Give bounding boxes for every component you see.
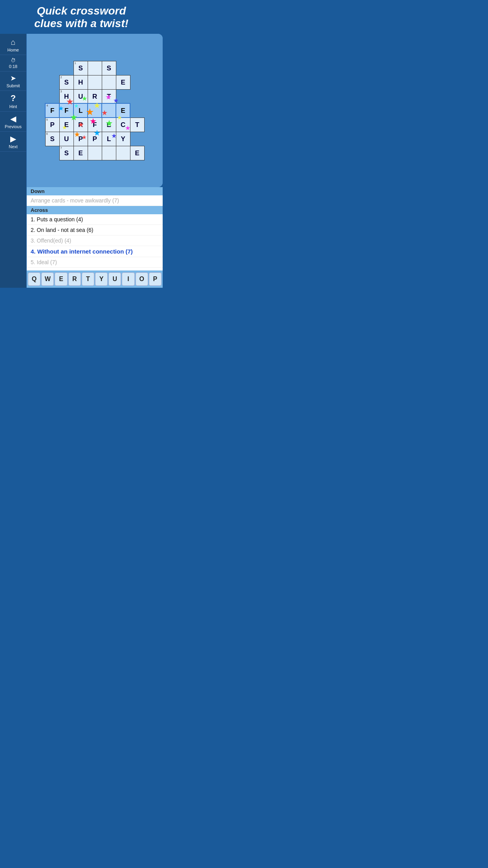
key-o[interactable]: O bbox=[136, 272, 148, 286]
cell-r4c2[interactable]: F bbox=[59, 103, 73, 118]
cell-letter: E bbox=[79, 149, 83, 157]
cell-r3c2[interactable]: 3 H bbox=[59, 89, 73, 103]
cell-r7c6[interactable] bbox=[116, 146, 130, 160]
cell-r6c5[interactable]: L bbox=[102, 132, 116, 146]
cell-r4c4[interactable] bbox=[88, 103, 102, 118]
previous-icon: ◀ bbox=[10, 114, 16, 123]
grid-row-4: 4 F F L bbox=[45, 103, 144, 118]
cell-letter: E bbox=[64, 121, 69, 129]
cell-number: 5 bbox=[46, 118, 48, 121]
cell-r2c6[interactable]: E bbox=[116, 75, 130, 89]
cell-r4c6[interactable]: E bbox=[116, 103, 130, 118]
cell-r4c1[interactable]: 4 F bbox=[45, 103, 59, 118]
grid-row-2: 2 S H bbox=[45, 75, 144, 89]
key-q[interactable]: Q bbox=[28, 272, 40, 286]
cell-empty bbox=[45, 89, 59, 103]
cell-r2c2[interactable]: 2 S bbox=[59, 75, 73, 89]
key-t[interactable]: T bbox=[82, 272, 94, 286]
key-y[interactable]: Y bbox=[95, 272, 108, 286]
cell-r7c4[interactable] bbox=[88, 146, 102, 160]
sidebar-item-home[interactable]: ⌂ Home bbox=[0, 35, 26, 55]
timer-icon: ⏱ bbox=[11, 57, 16, 63]
clue-1[interactable]: 1. Puts a question (4) bbox=[27, 214, 163, 225]
grid-wrapper: 1 S S bbox=[45, 61, 145, 160]
cell-r6c4[interactable]: P bbox=[88, 132, 102, 146]
clue-5[interactable]: 5. Ideal (7) bbox=[27, 257, 163, 268]
grid-row-7: 7 S E bbox=[45, 146, 144, 160]
crossword-grid: 1 S S bbox=[45, 61, 145, 160]
cell-letter: U bbox=[78, 93, 83, 100]
cell-r4c3[interactable]: L bbox=[73, 103, 88, 118]
grid-row-3: 3 H U R T bbox=[45, 89, 144, 103]
sidebar-submit-label: Submit bbox=[6, 83, 20, 88]
cell-number: 2 bbox=[61, 76, 62, 79]
key-p[interactable]: P bbox=[149, 272, 161, 286]
cell-letter: E bbox=[121, 79, 125, 86]
cell-r5c3[interactable]: R bbox=[73, 118, 88, 132]
cell-letter: P bbox=[93, 135, 97, 143]
main-container: ⌂ Home ⏱ 0:18 ➤ Submit ? Hint ◀ Previous… bbox=[0, 34, 163, 288]
cell-r7c3[interactable]: E bbox=[73, 146, 88, 160]
cell-number: 7 bbox=[61, 147, 62, 149]
cell-r7c7[interactable]: E bbox=[130, 146, 144, 160]
content-area: ★ ★ ★ ★ ★ ★ ★ ★ ★ ★ ★ ★ ★ ★ ★ ★ ★ ★ ★ ★ bbox=[27, 34, 163, 288]
clue-2[interactable]: 2. On land - not at sea (6) bbox=[27, 225, 163, 235]
cell-r7c2[interactable]: 7 S bbox=[59, 146, 73, 160]
sidebar-item-submit[interactable]: ➤ Submit bbox=[0, 72, 26, 91]
cell-r1c3[interactable]: 1 S bbox=[73, 61, 88, 75]
across-header: Across bbox=[27, 206, 163, 214]
cell-r4c5[interactable] bbox=[102, 103, 116, 118]
cell-letter: S bbox=[107, 64, 111, 72]
key-w[interactable]: W bbox=[41, 272, 54, 286]
cell-r5c1[interactable]: 5 P bbox=[45, 118, 59, 132]
header: Quick crosswordclues with a twist! bbox=[0, 0, 163, 34]
cell-r7c5[interactable] bbox=[102, 146, 116, 160]
cell-letter: H bbox=[78, 79, 83, 86]
cell-letter: P bbox=[79, 135, 83, 143]
key-e[interactable]: E bbox=[55, 272, 67, 286]
cell-r5c2[interactable]: E bbox=[59, 118, 73, 132]
clue-4[interactable]: 4. Without an internet connection (7) bbox=[27, 246, 163, 257]
cell-empty bbox=[45, 146, 59, 160]
cell-r1c5[interactable]: S bbox=[102, 61, 116, 75]
cell-number: 6 bbox=[46, 132, 48, 135]
clue-3[interactable]: 3. Offend(ed) (4) bbox=[27, 235, 163, 246]
sidebar-item-next[interactable]: ▶ Next bbox=[0, 132, 26, 152]
grid-row-6: 6 S U P P bbox=[45, 132, 144, 146]
crossword-area: ★ ★ ★ ★ ★ ★ ★ ★ ★ ★ ★ ★ ★ ★ ★ ★ ★ ★ ★ ★ bbox=[27, 34, 163, 187]
sidebar-item-hint[interactable]: ? Hint bbox=[0, 91, 26, 112]
cell-r5c5[interactable]: E bbox=[102, 118, 116, 132]
cell-r6c6[interactable]: Y bbox=[116, 132, 130, 146]
cell-letter: S bbox=[64, 79, 69, 86]
cell-r6c2[interactable]: U bbox=[59, 132, 73, 146]
cell-letter: P bbox=[50, 121, 55, 129]
submit-icon: ➤ bbox=[10, 74, 16, 83]
cell-r5c4[interactable]: F bbox=[88, 118, 102, 132]
cell-r3c5[interactable]: T bbox=[102, 89, 116, 103]
cell-r3c4[interactable]: R bbox=[88, 89, 102, 103]
down-header: Down bbox=[27, 187, 163, 195]
down-clue[interactable]: Arrange cards - move awkwardly (7) bbox=[27, 195, 163, 206]
sidebar-previous-label: Previous bbox=[5, 124, 22, 129]
key-r[interactable]: R bbox=[68, 272, 81, 286]
cell-letter: U bbox=[64, 135, 69, 143]
cell-r2c5[interactable] bbox=[102, 75, 116, 89]
cell-r2c3[interactable]: H bbox=[73, 75, 88, 89]
key-i[interactable]: I bbox=[122, 272, 134, 286]
cell-letter: L bbox=[107, 135, 111, 143]
cell-empty bbox=[59, 61, 73, 75]
cell-letter: S bbox=[64, 149, 69, 157]
cell-r2c4[interactable] bbox=[88, 75, 102, 89]
next-icon: ▶ bbox=[10, 134, 16, 143]
cell-r1c4[interactable] bbox=[88, 61, 102, 75]
sidebar-next-label: Next bbox=[9, 144, 18, 149]
key-u[interactable]: U bbox=[108, 272, 121, 286]
cell-r3c3[interactable]: U bbox=[73, 89, 88, 103]
cell-r5c6[interactable]: C bbox=[116, 118, 130, 132]
cell-r5c7[interactable]: T bbox=[130, 118, 144, 132]
cell-r6c1[interactable]: 6 S bbox=[45, 132, 59, 146]
clue-6[interactable]: 6. Provide (6) bbox=[27, 268, 163, 270]
cell-r6c3[interactable]: P bbox=[73, 132, 88, 146]
cell-empty bbox=[116, 89, 130, 103]
sidebar-item-previous[interactable]: ◀ Previous bbox=[0, 112, 26, 132]
